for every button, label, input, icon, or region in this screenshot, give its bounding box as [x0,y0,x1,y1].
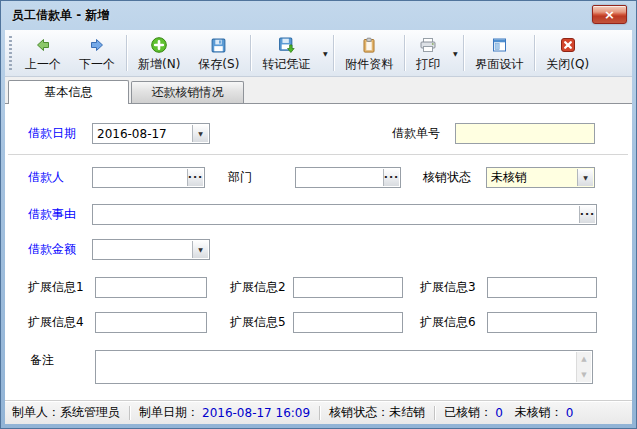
remark-textarea[interactable] [96,351,592,383]
toolbar-separator [463,35,464,71]
loan-reason-input[interactable] [93,205,596,224]
remark-label: 备注 [30,353,54,368]
loan-amount-dropdown-button[interactable]: ▼ [192,241,208,258]
next-button[interactable]: 下一个 [70,32,124,74]
loan-amount-combobox: ▼ [92,239,210,260]
department-label: 部门 [228,170,252,185]
ext-info-5-label: 扩展信息5 [230,315,286,330]
chevron-down-icon: ▼ [323,50,328,57]
statusbar: 制单人：系统管理员 制单日期：2016-08-17 16:09 核销状态：未结销… [5,400,632,424]
loan-date-dropdown-button[interactable]: ▼ [192,125,208,142]
loan-reason-field: ··· [92,204,597,225]
close-x-icon: × [604,8,615,21]
arrow-left-icon [34,36,52,55]
attachments-button[interactable]: 附件资料 [336,32,402,74]
tab-basic-info[interactable]: 基本信息 [8,80,129,104]
ext-info-1-label: 扩展信息1 [28,280,84,295]
loan-date-label: 借款日期 [28,126,76,141]
created-date-label: 制单日期： [139,404,199,421]
tab-repayment-writeoff[interactable]: 还款核销情况 [131,81,244,103]
titlebar[interactable]: 员工借款单 - 新增 × [5,1,632,30]
close-button[interactable]: 关闭(Q) [537,32,598,74]
loan-no-field [455,123,595,144]
loan-date-combobox: ▼ [92,123,210,144]
client-area: 上一个 下一个 新增(N) 保存(S) [5,30,632,424]
ext-info-2-label: 扩展信息2 [230,280,286,295]
attachment-clipboard-icon [361,36,377,55]
ext-info-6-input[interactable] [488,313,596,332]
toolbar-grip-handle[interactable] [9,35,12,71]
plus-circle-icon [150,36,168,55]
save-label: 保存(S) [198,58,239,71]
close-red-icon [560,36,576,55]
ext-info-6-field [487,312,597,333]
toolbar-separator [534,35,535,71]
loan-no-label: 借款单号 [392,126,440,141]
ext-info-6-label: 扩展信息6 [420,315,476,330]
ext-info-1-field [95,277,207,298]
not-written-off-label: 未核销： [515,404,563,421]
toolbar-separator [250,35,251,71]
ext-info-1-input[interactable] [96,278,206,297]
ext-info-3-input[interactable] [488,278,596,297]
ext-info-5-input[interactable] [294,313,402,332]
tabstrip: 基本信息 还款核销情况 [5,77,632,103]
borrower-label: 借款人 [28,170,64,185]
transfer-voucher-icon [278,36,295,55]
save-floppy-icon [210,36,227,55]
chevron-down-icon: ▼ [198,247,203,253]
transfer-voucher-label: 转记凭证 [262,58,310,71]
print-label: 打印 [416,58,440,71]
save-button[interactable]: 保存(S) [189,32,248,74]
ext-info-3-label: 扩展信息3 [420,280,476,295]
print-button[interactable]: 打印 [407,32,449,74]
toolbar-separator [404,35,405,71]
prev-button[interactable]: 上一个 [16,32,70,74]
print-dropdown-arrow[interactable]: ▼ [449,32,461,74]
ext-info-4-input[interactable] [96,313,206,332]
transfer-voucher-dropdown-arrow[interactable]: ▼ [319,32,331,74]
ellipsis-icon: ··· [188,172,204,183]
statusbar-separator [434,406,435,420]
writeoff-state-value: 未结销 [389,404,425,421]
ext-info-2-field [293,277,403,298]
toolbar-separator [333,35,334,71]
statusbar-separator [319,406,320,420]
ellipsis-icon: ··· [580,209,596,220]
writeoff-status-label: 核销状态 [423,170,471,185]
created-date-value: 2016-08-17 16:09 [202,406,310,420]
arrow-right-icon [88,36,106,55]
writeoff-status-combobox: ▼ [486,167,595,188]
employee-loan-window: 员工借款单 - 新增 × 上一个 下一个 [0,0,637,429]
remark-field: ▲ ▼ [95,350,593,384]
toolbar: 上一个 下一个 新增(N) 保存(S) [5,30,632,77]
ui-design-button[interactable]: 界面设计 [466,32,532,74]
scroll-down-icon: ▼ [581,371,586,379]
next-label: 下一个 [79,58,115,71]
chevron-down-icon: ▼ [453,50,458,57]
loan-reason-lookup-button[interactable]: ··· [579,206,595,223]
chevron-down-icon: ▼ [583,175,588,181]
attachments-label: 附件资料 [345,58,393,71]
ext-info-2-input[interactable] [294,278,402,297]
ext-info-4-field [95,312,207,333]
statusbar-separator [129,406,130,420]
section-divider [8,154,628,155]
printer-icon [419,36,437,55]
department-lookup-button[interactable]: ··· [383,169,399,186]
ext-info-3-field [487,277,597,298]
transfer-voucher-button[interactable]: 转记凭证 [253,32,319,74]
ui-design-icon [491,36,508,55]
loan-reason-label: 借款事由 [28,207,76,222]
ellipsis-icon: ··· [384,172,400,183]
borrower-field: ··· [92,167,205,188]
new-button[interactable]: 新增(N) [129,32,189,74]
loan-no-input[interactable] [456,124,594,143]
chevron-down-icon: ▼ [198,131,203,137]
ui-design-label: 界面设计 [475,58,523,71]
ext-info-5-field [293,312,403,333]
remark-scrollbar[interactable]: ▲ ▼ [576,352,591,382]
borrower-lookup-button[interactable]: ··· [187,169,203,186]
window-close-button[interactable]: × [592,5,627,24]
writeoff-status-dropdown-button[interactable]: ▼ [577,169,593,186]
